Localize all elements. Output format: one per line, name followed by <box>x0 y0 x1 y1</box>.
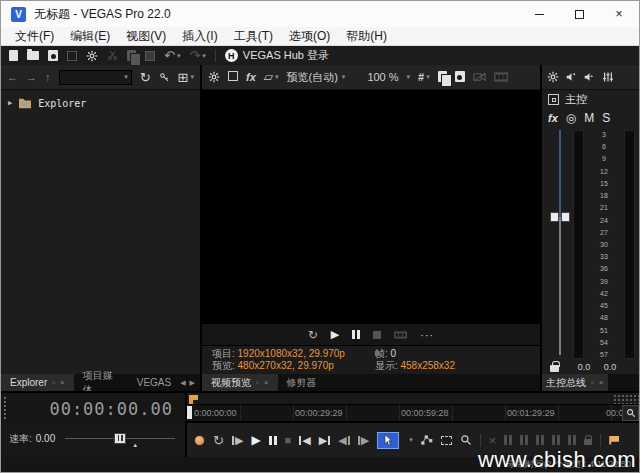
favorites-key-icon[interactable] <box>159 72 170 83</box>
playhead-cursor[interactable] <box>187 406 192 419</box>
shuffle-tool-icon[interactable] <box>568 435 576 445</box>
rate-slider-handle[interactable] <box>114 433 126 444</box>
copy-snapshot-icon[interactable] <box>438 71 447 84</box>
tab-scroll-left-icon[interactable]: ◀ <box>180 379 185 387</box>
preview-play-icon[interactable]: ▶ <box>331 328 339 341</box>
menu-file[interactable]: 文件(F) <box>7 28 62 45</box>
redo-icon[interactable]: ↷▾ <box>189 49 205 62</box>
phase-icon[interactable]: ◎ <box>566 111 576 125</box>
record-button[interactable] <box>194 435 205 446</box>
forward-icon[interactable]: → <box>26 71 37 83</box>
address-dropdown[interactable]: ▾ <box>59 70 132 85</box>
fader-lock-icon[interactable] <box>550 365 559 372</box>
back-icon[interactable]: ← <box>7 71 18 83</box>
previous-frame-icon[interactable]: ◀ <box>338 434 349 447</box>
menu-options[interactable]: 选项(O) <box>281 28 338 45</box>
video-preview-screen[interactable] <box>202 90 540 324</box>
new-project-icon[interactable] <box>9 50 18 61</box>
tab-close-icon[interactable]: × <box>599 378 604 387</box>
external-monitor-icon[interactable] <box>228 71 238 83</box>
preview-loop-icon[interactable]: ↻ <box>308 328 318 342</box>
preview-stop-icon[interactable] <box>373 329 381 341</box>
filmstrip-icon[interactable] <box>494 72 508 82</box>
play-from-start-icon[interactable]: ▶ <box>232 434 243 447</box>
tree-expand-icon[interactable]: ▶ <box>8 99 12 107</box>
fader-handle[interactable] <box>550 212 570 222</box>
stop-icon[interactable]: ■ <box>285 434 292 446</box>
zoom-tool-icon[interactable] <box>460 434 472 446</box>
master-volume-fader[interactable] <box>547 130 573 359</box>
split-screen-icon[interactable]: ▱▾ <box>264 70 279 84</box>
timeline-scroll-handle[interactable] <box>613 394 639 404</box>
video-fx-icon[interactable]: fx <box>246 71 256 83</box>
timeline-ruler[interactable]: 0:00:00:00 00:00:29:29 00:00:59:28 00:01… <box>187 405 639 422</box>
tab-close-icon[interactable]: × <box>264 378 269 387</box>
selection-tool-icon[interactable] <box>441 436 452 445</box>
refresh-icon[interactable]: ↻ <box>140 70 151 85</box>
cut-scissors-icon[interactable] <box>107 50 118 61</box>
trim-start-icon[interactable] <box>504 435 512 445</box>
undo-icon[interactable]: ↶▾ <box>164 49 180 62</box>
slide-tool-icon[interactable] <box>552 435 560 445</box>
menu-insert[interactable]: 插入(I) <box>174 28 225 45</box>
tab-float-icon[interactable]: ▫ <box>256 378 259 387</box>
delete-icon[interactable]: × <box>489 433 497 448</box>
timecode-display-box[interactable]: 00:00:00.00 <box>1 393 185 424</box>
slip-tool-icon[interactable] <box>536 435 544 445</box>
normal-edit-tool-button[interactable] <box>377 432 399 449</box>
preview-more-icon[interactable]: ··· <box>420 329 434 341</box>
lock-event-icon[interactable] <box>584 439 592 445</box>
preview-quality-dropdown[interactable]: 预览(自动)▾ <box>287 70 346 85</box>
solo-button[interactable]: S <box>602 111 610 125</box>
trim-end-icon[interactable] <box>520 435 528 445</box>
drag-handle-icon[interactable] <box>3 396 8 420</box>
zoom-level-dropdown[interactable]: 100 %▾ <box>367 71 410 83</box>
tab-scroll-right-icon[interactable]: ▶ <box>190 379 195 387</box>
preview-pause-icon[interactable] <box>352 330 360 339</box>
go-to-start-icon[interactable]: ◀ <box>299 434 310 447</box>
mute-button[interactable]: M <box>584 111 594 125</box>
grid-dropdown-icon[interactable]: ▾ <box>426 73 430 81</box>
menu-help[interactable]: 帮助(H) <box>338 28 395 45</box>
tab-float-icon[interactable]: ▫ <box>591 378 594 387</box>
speaker-output-icon[interactable] <box>566 72 577 82</box>
tab-close-icon[interactable]: × <box>60 378 65 387</box>
next-frame-icon[interactable]: ▶ <box>358 434 369 447</box>
edit-tool-dropdown-icon[interactable]: ▾ <box>409 436 413 444</box>
save-project-icon[interactable] <box>48 50 58 61</box>
views-dropdown-icon[interactable]: ▾ <box>190 73 194 81</box>
redo-dropdown-icon[interactable]: ▾ <box>202 52 206 59</box>
paste-icon[interactable] <box>145 51 155 61</box>
speaker-downmix-icon[interactable] <box>584 72 595 82</box>
loop-playback-icon[interactable]: ↻ <box>213 433 224 448</box>
playhead-marker-flag-icon[interactable] <box>189 395 198 404</box>
views-icon[interactable]: ⊞▾ <box>178 70 194 85</box>
go-to-end-icon[interactable]: ▶ <box>319 434 330 447</box>
envelope-tool-icon[interactable] <box>421 434 433 446</box>
timeline-zoom-button[interactable] <box>622 405 639 421</box>
menu-view[interactable]: 视图(V) <box>118 28 174 45</box>
play-icon[interactable]: ▶ <box>251 433 260 447</box>
minimize-button[interactable] <box>519 1 559 27</box>
split-screen-dropdown-icon[interactable]: ▾ <box>275 73 279 81</box>
mixer-faders-icon[interactable] <box>602 71 614 83</box>
tab-video-preview[interactable]: 视频预览 ▫ × <box>202 374 278 391</box>
tab-project-media[interactable]: 项目媒体 <box>74 374 128 391</box>
camera-off-icon[interactable] <box>473 72 486 82</box>
tab-float-icon[interactable]: ▫ <box>52 378 55 387</box>
vegas-hub-login-button[interactable]: H VEGAS Hub 登录 <box>225 48 329 63</box>
undo-dropdown-icon[interactable]: ▾ <box>177 52 181 59</box>
preview-filmstrip-small-icon[interactable] <box>394 331 407 339</box>
maximize-button[interactable] <box>559 1 599 27</box>
master-gear-icon[interactable] <box>547 71 559 83</box>
marker-bar[interactable] <box>187 393 639 405</box>
tab-explorer[interactable]: Explorer ▫ × <box>1 374 74 391</box>
master-fx-button[interactable]: fx <box>548 112 558 124</box>
save-snapshot-icon[interactable] <box>455 71 465 84</box>
safe-area-grid-icon[interactable]: #▾ <box>418 71 430 83</box>
copy-icon[interactable] <box>127 50 136 61</box>
properties-gear-icon[interactable] <box>86 50 98 62</box>
close-button[interactable]: × <box>599 1 639 27</box>
render-as-icon[interactable] <box>67 51 77 61</box>
preview-gear-icon[interactable] <box>208 71 220 83</box>
